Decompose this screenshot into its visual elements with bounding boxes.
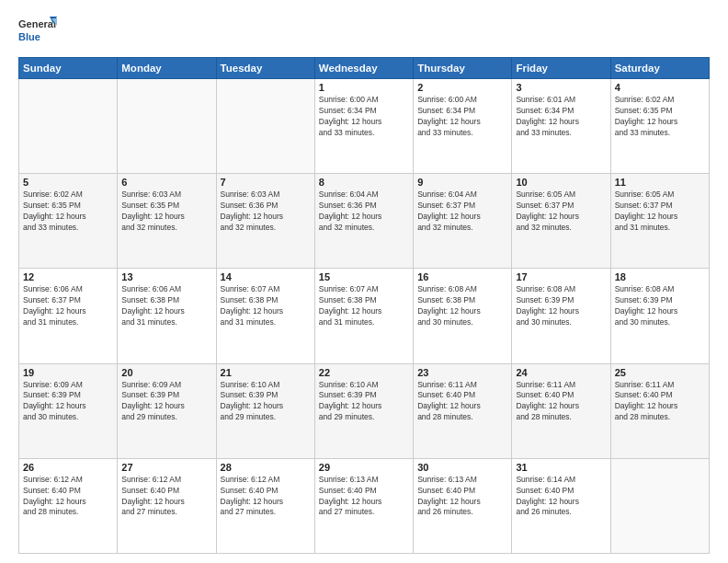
day-number: 24 <box>516 367 606 378</box>
day-info: Sunrise: 6:02 AM Sunset: 6:35 PM Dayligh… <box>23 190 113 234</box>
day-info: Sunrise: 6:05 AM Sunset: 6:37 PM Dayligh… <box>516 190 606 234</box>
day-number: 9 <box>417 177 507 188</box>
day-number: 4 <box>615 82 705 93</box>
day-number: 3 <box>516 82 606 93</box>
day-info: Sunrise: 6:00 AM Sunset: 6:34 PM Dayligh… <box>319 95 409 139</box>
calendar-cell: 14Sunrise: 6:07 AM Sunset: 6:38 PM Dayli… <box>216 269 314 363</box>
day-info: Sunrise: 6:04 AM Sunset: 6:36 PM Dayligh… <box>319 190 409 234</box>
day-info: Sunrise: 6:08 AM Sunset: 6:39 PM Dayligh… <box>615 284 705 328</box>
day-number: 30 <box>417 462 507 473</box>
calendar-week-3: 12Sunrise: 6:06 AM Sunset: 6:37 PM Dayli… <box>19 269 710 363</box>
header: General Blue <box>18 15 710 48</box>
day-number: 8 <box>319 177 409 188</box>
calendar-cell: 31Sunrise: 6:14 AM Sunset: 6:40 PM Dayli… <box>512 458 610 553</box>
calendar-cell: 15Sunrise: 6:07 AM Sunset: 6:38 PM Dayli… <box>314 269 413 363</box>
weekday-header-friday: Friday <box>512 58 610 79</box>
weekday-header-thursday: Thursday <box>414 58 512 79</box>
day-info: Sunrise: 6:06 AM Sunset: 6:37 PM Dayligh… <box>23 284 113 328</box>
day-number: 14 <box>221 271 311 282</box>
day-number: 31 <box>516 462 606 473</box>
day-info: Sunrise: 6:08 AM Sunset: 6:39 PM Dayligh… <box>516 284 606 328</box>
day-number: 15 <box>319 271 409 282</box>
calendar-week-1: 1Sunrise: 6:00 AM Sunset: 6:34 PM Daylig… <box>19 79 710 174</box>
weekday-header-wednesday: Wednesday <box>314 58 413 79</box>
day-info: Sunrise: 6:12 AM Sunset: 6:40 PM Dayligh… <box>121 475 211 519</box>
day-number: 18 <box>615 271 705 282</box>
day-info: Sunrise: 6:10 AM Sunset: 6:39 PM Dayligh… <box>319 380 409 424</box>
calendar-cell: 13Sunrise: 6:06 AM Sunset: 6:38 PM Dayli… <box>118 269 216 363</box>
day-info: Sunrise: 6:00 AM Sunset: 6:34 PM Dayligh… <box>417 95 507 139</box>
calendar-week-4: 19Sunrise: 6:09 AM Sunset: 6:39 PM Dayli… <box>19 363 710 458</box>
day-info: Sunrise: 6:12 AM Sunset: 6:40 PM Dayligh… <box>221 475 311 519</box>
day-number: 23 <box>417 367 507 378</box>
calendar-cell: 10Sunrise: 6:05 AM Sunset: 6:37 PM Dayli… <box>512 174 610 269</box>
calendar-cell: 21Sunrise: 6:10 AM Sunset: 6:39 PM Dayli… <box>216 363 314 458</box>
day-info: Sunrise: 6:03 AM Sunset: 6:35 PM Dayligh… <box>121 190 211 234</box>
day-number: 21 <box>221 367 311 378</box>
day-info: Sunrise: 6:11 AM Sunset: 6:40 PM Dayligh… <box>417 380 507 424</box>
day-info: Sunrise: 6:09 AM Sunset: 6:39 PM Dayligh… <box>121 380 211 424</box>
calendar-cell: 8Sunrise: 6:04 AM Sunset: 6:36 PM Daylig… <box>314 174 413 269</box>
calendar-cell: 16Sunrise: 6:08 AM Sunset: 6:38 PM Dayli… <box>414 269 512 363</box>
calendar-cell <box>118 79 216 174</box>
day-number: 28 <box>221 462 311 473</box>
day-number: 13 <box>121 271 211 282</box>
calendar-header: SundayMondayTuesdayWednesdayThursdayFrid… <box>19 58 710 79</box>
day-info: Sunrise: 6:08 AM Sunset: 6:38 PM Dayligh… <box>417 284 507 328</box>
calendar-cell: 11Sunrise: 6:05 AM Sunset: 6:37 PM Dayli… <box>610 174 709 269</box>
calendar-cell: 9Sunrise: 6:04 AM Sunset: 6:37 PM Daylig… <box>414 174 512 269</box>
day-number: 12 <box>23 271 113 282</box>
calendar-cell <box>610 458 709 553</box>
day-number: 27 <box>121 462 211 473</box>
calendar-cell: 12Sunrise: 6:06 AM Sunset: 6:37 PM Dayli… <box>19 269 118 363</box>
calendar-body: 1Sunrise: 6:00 AM Sunset: 6:34 PM Daylig… <box>19 79 710 554</box>
calendar-week-5: 26Sunrise: 6:12 AM Sunset: 6:40 PM Dayli… <box>19 458 710 553</box>
day-info: Sunrise: 6:01 AM Sunset: 6:34 PM Dayligh… <box>516 95 606 139</box>
day-number: 2 <box>417 82 507 93</box>
day-info: Sunrise: 6:05 AM Sunset: 6:37 PM Dayligh… <box>615 190 705 234</box>
calendar-cell: 30Sunrise: 6:13 AM Sunset: 6:40 PM Dayli… <box>414 458 512 553</box>
day-number: 6 <box>121 177 211 188</box>
day-number: 1 <box>319 82 409 93</box>
calendar-cell: 4Sunrise: 6:02 AM Sunset: 6:35 PM Daylig… <box>610 79 709 174</box>
day-number: 7 <box>221 177 311 188</box>
calendar-cell: 6Sunrise: 6:03 AM Sunset: 6:35 PM Daylig… <box>118 174 216 269</box>
calendar-table: SundayMondayTuesdayWednesdayThursdayFrid… <box>18 57 710 554</box>
day-number: 25 <box>615 367 705 378</box>
day-info: Sunrise: 6:09 AM Sunset: 6:39 PM Dayligh… <box>23 380 113 424</box>
weekday-header-tuesday: Tuesday <box>216 58 314 79</box>
day-number: 17 <box>516 271 606 282</box>
day-info: Sunrise: 6:11 AM Sunset: 6:40 PM Dayligh… <box>516 380 606 424</box>
calendar-cell: 3Sunrise: 6:01 AM Sunset: 6:34 PM Daylig… <box>512 79 610 174</box>
day-number: 5 <box>23 177 113 188</box>
day-number: 22 <box>319 367 409 378</box>
calendar-cell: 26Sunrise: 6:12 AM Sunset: 6:40 PM Dayli… <box>19 458 118 553</box>
day-info: Sunrise: 6:14 AM Sunset: 6:40 PM Dayligh… <box>516 475 606 519</box>
day-number: 11 <box>615 177 705 188</box>
day-info: Sunrise: 6:13 AM Sunset: 6:40 PM Dayligh… <box>417 475 507 519</box>
page: General Blue SundayMondayTuesdayWednesda… <box>0 0 728 563</box>
day-number: 20 <box>121 367 211 378</box>
calendar-cell: 18Sunrise: 6:08 AM Sunset: 6:39 PM Dayli… <box>610 269 709 363</box>
logo: General Blue <box>18 15 57 48</box>
logo-svg: General Blue <box>18 15 57 48</box>
calendar-cell: 24Sunrise: 6:11 AM Sunset: 6:40 PM Dayli… <box>512 363 610 458</box>
weekday-header-sunday: Sunday <box>19 58 118 79</box>
day-number: 29 <box>319 462 409 473</box>
weekday-header-saturday: Saturday <box>610 58 709 79</box>
day-number: 19 <box>23 367 113 378</box>
day-info: Sunrise: 6:07 AM Sunset: 6:38 PM Dayligh… <box>221 284 311 328</box>
day-info: Sunrise: 6:06 AM Sunset: 6:38 PM Dayligh… <box>121 284 211 328</box>
day-number: 10 <box>516 177 606 188</box>
weekday-header-row: SundayMondayTuesdayWednesdayThursdayFrid… <box>19 58 710 79</box>
calendar-cell: 17Sunrise: 6:08 AM Sunset: 6:39 PM Dayli… <box>512 269 610 363</box>
day-info: Sunrise: 6:12 AM Sunset: 6:40 PM Dayligh… <box>23 475 113 519</box>
day-info: Sunrise: 6:04 AM Sunset: 6:37 PM Dayligh… <box>417 190 507 234</box>
weekday-header-monday: Monday <box>118 58 216 79</box>
calendar-cell: 20Sunrise: 6:09 AM Sunset: 6:39 PM Dayli… <box>118 363 216 458</box>
calendar-cell: 25Sunrise: 6:11 AM Sunset: 6:40 PM Dayli… <box>610 363 709 458</box>
calendar-cell <box>216 79 314 174</box>
day-info: Sunrise: 6:10 AM Sunset: 6:39 PM Dayligh… <box>221 380 311 424</box>
day-info: Sunrise: 6:03 AM Sunset: 6:36 PM Dayligh… <box>221 190 311 234</box>
day-info: Sunrise: 6:02 AM Sunset: 6:35 PM Dayligh… <box>615 95 705 139</box>
